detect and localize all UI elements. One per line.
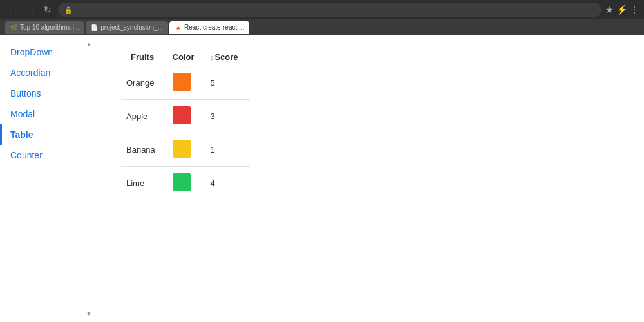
- sidebar-item-buttons[interactable]: Buttons: [0, 83, 95, 104]
- tab-favicon: 📄: [91, 24, 98, 31]
- cell-color: [167, 167, 205, 200]
- url-bar[interactable]: 🔒: [58, 3, 601, 17]
- extensions-icon[interactable]: ⚡: [616, 5, 627, 15]
- tab-favicon: 🌿: [10, 24, 17, 31]
- lock-icon: 🔒: [64, 6, 72, 14]
- scroll-down-indicator: ▼: [86, 310, 92, 317]
- cell-fruit: Apple: [121, 100, 167, 133]
- browser-chrome: ← → ↻ 🔒 ★ ⚡ ⋮ 🌿Top 10 algorithms i...📄pr…: [0, 0, 644, 35]
- table-row: Lime4: [121, 167, 250, 200]
- tab-label: React create-react ...: [184, 24, 244, 31]
- browser-actions: ★ ⚡ ⋮: [605, 5, 639, 15]
- fruit-table: ↕FruitsColor↕Score Orange5Apple3Banana1L…: [121, 48, 250, 200]
- color-swatch: [173, 140, 191, 158]
- back-button[interactable]: ←: [5, 3, 19, 16]
- sidebar-item-table[interactable]: Table: [0, 124, 95, 145]
- tab-label: project_syncfusion_...: [100, 24, 163, 31]
- main-content: ↕FruitsColor↕Score Orange5Apple3Banana1L…: [95, 35, 644, 322]
- sort-icon: ↕: [126, 54, 129, 61]
- table-row: Apple3: [121, 100, 250, 133]
- col-header-score[interactable]: ↕Score: [205, 48, 250, 66]
- menu-icon[interactable]: ⋮: [630, 5, 639, 15]
- table-header-row: ↕FruitsColor↕Score: [121, 48, 250, 66]
- browser-tab[interactable]: 🔺React create-react ...: [169, 21, 249, 34]
- tab-label: Top 10 algorithms i...: [20, 24, 79, 31]
- sidebar-item-accordian[interactable]: Accordian: [0, 62, 95, 83]
- reload-button[interactable]: ↻: [41, 3, 54, 16]
- sidebar-item-modal[interactable]: Modal: [0, 104, 95, 124]
- cell-fruit: Lime: [121, 167, 167, 200]
- app-body: ▲ DropDownAccordianButtonsModalTableCoun…: [0, 35, 644, 322]
- table-row: Orange5: [121, 66, 250, 100]
- bookmark-icon[interactable]: ★: [605, 5, 614, 15]
- sidebar-item-counter[interactable]: Counter: [0, 145, 95, 166]
- color-swatch: [173, 106, 191, 124]
- col-header-color: Color: [167, 48, 205, 66]
- cell-score: 1: [205, 133, 250, 167]
- browser-toolbar: ← → ↻ 🔒 ★ ⚡ ⋮: [0, 0, 644, 19]
- sidebar-item-dropdown[interactable]: DropDown: [0, 42, 95, 62]
- table-row: Banana1: [121, 133, 250, 167]
- browser-tab[interactable]: 📄project_syncfusion_...: [86, 21, 168, 34]
- table-body: Orange5Apple3Banana1Lime4: [121, 66, 250, 200]
- sort-icon: ↕: [210, 54, 213, 61]
- cell-fruit: Banana: [121, 133, 167, 167]
- cell-score: 5: [205, 66, 250, 100]
- color-swatch: [173, 173, 191, 191]
- cell-color: [167, 133, 205, 167]
- sidebar: ▲ DropDownAccordianButtonsModalTableCoun…: [0, 35, 95, 322]
- cell-color: [167, 66, 205, 100]
- tabs-bar: 🌿Top 10 algorithms i...📄project_syncfusi…: [0, 19, 644, 35]
- cell-color: [167, 100, 205, 133]
- cell-fruit: Orange: [121, 66, 167, 100]
- cell-score: 3: [205, 100, 250, 133]
- color-swatch: [173, 73, 191, 91]
- cell-score: 4: [205, 167, 250, 200]
- col-header-fruits[interactable]: ↕Fruits: [121, 48, 167, 66]
- forward-button[interactable]: →: [23, 3, 37, 16]
- browser-tab[interactable]: 🌿Top 10 algorithms i...: [5, 21, 84, 34]
- tab-favicon: 🔺: [175, 24, 182, 31]
